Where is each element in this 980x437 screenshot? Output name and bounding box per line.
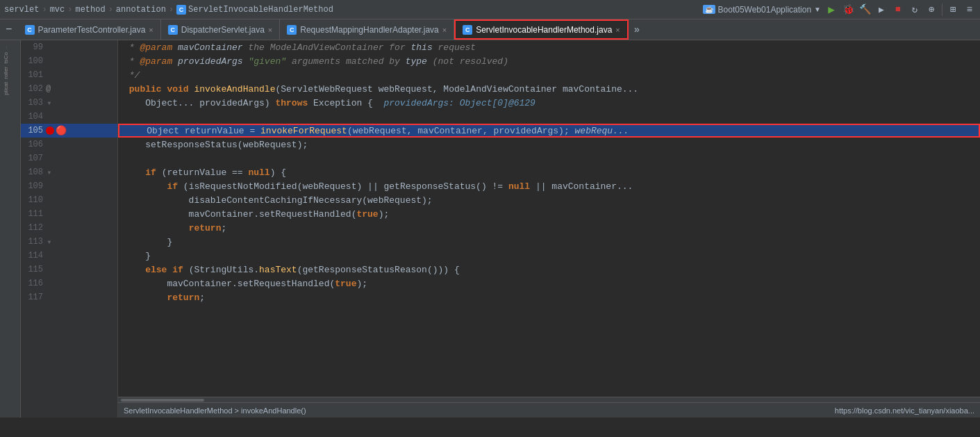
line-number-109: 109 <box>24 181 43 191</box>
line-number-102: 102 <box>24 84 43 94</box>
code-content-106: setResponseStatus(webRequest); <box>124 140 308 150</box>
line-number-101: 101 <box>24 70 43 80</box>
reload-button[interactable]: ↻ <box>908 3 921 16</box>
left-panel-item-1[interactable]: − <box>3 46 17 49</box>
code-content-112: return; <box>124 223 226 233</box>
code-content-111: mavContainer.setRequestHandled(true); <box>124 209 389 220</box>
gutter-line-117: 117 <box>21 290 117 304</box>
code-line-109: if (isRequestNotModified(webRequest) || … <box>118 179 980 193</box>
close-all-tabs-button[interactable]: − <box>0 19 18 40</box>
left-panel-item-tstco[interactable]: tsCo <box>3 52 17 63</box>
line-number-105: 105 <box>24 126 43 135</box>
left-panel-item-roller[interactable]: roller <box>3 67 17 79</box>
scrollbar-thumb[interactable] <box>121 399 204 402</box>
code-line-117: return; <box>118 290 980 304</box>
gutter-line-110: 110 <box>21 193 117 207</box>
code-line-113: } <box>118 235 980 249</box>
code-editor[interactable]: * @param mavContainer the ModelAndViewCo… <box>118 40 980 418</box>
status-bar: ServletInvocableHandlerMethod > invokeAn… <box>118 402 980 418</box>
code-line-110: disableContentCachingIfNecessary(webRequ… <box>118 193 980 207</box>
tab3-label: RequestMappingHandlerAdapter.java <box>300 25 438 35</box>
nav-mvc[interactable]: mvc <box>50 5 65 15</box>
gutter-icons-105[interactable]: 🔴 <box>46 125 115 136</box>
gutter-line-101: 101 <box>21 68 117 82</box>
run-config-dropdown-icon[interactable]: ▼ <box>814 6 821 13</box>
toolbar-button[interactable]: ≡ <box>963 3 976 16</box>
gutter-line-109: 109 <box>21 179 117 193</box>
nav-mvc-label: mvc <box>50 5 65 15</box>
tab2-class-icon: C <box>168 25 178 35</box>
code-line-104 <box>118 110 980 124</box>
code-line-103: Object... providedArgs) throws Exception… <box>118 96 980 110</box>
line-number-gutter: 99 100 101 102 @ 103 ▼ 104 <box>21 40 118 418</box>
more-run-actions[interactable]: ⊕ <box>925 3 938 16</box>
gutter-line-106: 106 <box>21 138 117 151</box>
line-number-116: 116 <box>24 279 43 288</box>
tab-servlet-invocable-handler-method[interactable]: C ServletInvocableHandlerMethod.java × <box>454 19 629 40</box>
line-number-115: 115 <box>24 265 43 274</box>
fold-arrow-113[interactable]: ▼ <box>46 238 53 245</box>
code-content-100: * @param providedArgs "given" arguments … <box>124 56 508 67</box>
code-content-109: if (isRequestNotModified(webRequest) || … <box>124 181 633 192</box>
tab-parameter-test-controller[interactable]: C ParameterTestController.java × <box>18 19 161 40</box>
layout-button[interactable]: ⊞ <box>947 3 959 16</box>
line-number-103: 103 <box>24 98 43 108</box>
nav-method[interactable]: method <box>75 5 105 15</box>
nav-method-label: method <box>75 5 105 15</box>
gutter-line-100: 100 <box>21 54 117 68</box>
nav-servlet-label: servlet <box>4 5 39 15</box>
run-config-icon: ☕ <box>703 5 715 14</box>
tab4-close-button[interactable]: × <box>615 26 620 34</box>
nav-annotation[interactable]: annotation <box>116 5 166 15</box>
tab-overflow-button[interactable]: » <box>629 19 645 40</box>
tab2-label: DispatcherServlet.java <box>181 25 265 35</box>
breakpoint-105[interactable] <box>46 126 54 135</box>
tab1-class-icon: C <box>25 25 35 35</box>
nav-class-label: ServletInvocableHandlerMethod <box>188 5 333 15</box>
tab1-close-button[interactable]: × <box>149 26 153 34</box>
line-number-106: 106 <box>24 140 43 149</box>
bookmark-105[interactable]: 🔴 <box>56 125 67 136</box>
tab-request-mapping-handler-adapter[interactable]: C RequestMappingHandlerAdapter.java × <box>280 19 454 40</box>
tab3-close-button[interactable]: × <box>442 26 447 34</box>
code-content-116: mavContainer.setRequestHandled(true); <box>124 279 367 289</box>
debug-button[interactable]: 🐞 <box>842 3 854 16</box>
nav-annotation-label: annotation <box>116 5 166 15</box>
tab-dispatcher-servlet[interactable]: C DispatcherServlet.java × <box>161 19 281 40</box>
left-panel-item-plicat[interactable]: plicat <box>3 82 17 95</box>
gutter-icons-108: ▼ <box>46 169 115 176</box>
code-line-112: return; <box>118 221 980 235</box>
gutter-icons-102: @ <box>46 84 115 94</box>
line-number-114: 114 <box>24 251 43 261</box>
tab-bar: − C ParameterTestController.java × C Dis… <box>0 19 980 40</box>
code-content-99: * @param mavContainer the ModelAndViewCo… <box>124 42 476 53</box>
left-panel: − tsCo roller plicat <box>0 40 21 418</box>
tab1-label: ParameterTestController.java <box>38 25 146 35</box>
navigation-breadcrumb: servlet › mvc › method › annotation › C … <box>0 0 980 19</box>
gutter-line-103: 103 ▼ <box>21 96 117 110</box>
code-content-103: Object... providedArgs) throws Exception… <box>124 98 535 108</box>
gutter-line-107: 107 <box>21 151 117 165</box>
nav-servlet[interactable]: servlet <box>4 5 39 15</box>
code-content-113: } <box>124 237 172 247</box>
build-button[interactable]: 🔨 <box>858 3 871 16</box>
coverage-button[interactable]: ▶ <box>875 3 888 16</box>
fold-arrow-108[interactable]: ▼ <box>46 169 53 176</box>
code-line-99: * @param mavContainer the ModelAndViewCo… <box>118 40 980 54</box>
run-button[interactable]: ▶ <box>825 3 838 16</box>
run-configuration: ☕ Boot05Web01Application ▼ <box>703 5 821 15</box>
gutter-line-114: 114 <box>21 249 117 263</box>
fold-arrow-103[interactable]: ▼ <box>46 99 53 106</box>
horizontal-scrollbar[interactable] <box>118 397 980 402</box>
stop-button[interactable]: ■ <box>892 3 904 16</box>
gutter-line-105: 105 🔴 <box>21 124 117 138</box>
code-line-101: */ <box>118 68 980 82</box>
code-content-101: */ <box>124 70 140 81</box>
gutter-line-112: 112 <box>21 221 117 235</box>
tab2-close-button[interactable]: × <box>268 26 272 34</box>
line-number-112: 112 <box>24 223 43 233</box>
code-content-105: Object returnValue = invokeForRequest(we… <box>125 126 629 136</box>
run-config-label: Boot05Web01Application <box>718 5 812 15</box>
code-line-106: setResponseStatus(webRequest); <box>118 138 980 151</box>
nav-class[interactable]: C ServletInvocableHandlerMethod <box>176 5 333 15</box>
